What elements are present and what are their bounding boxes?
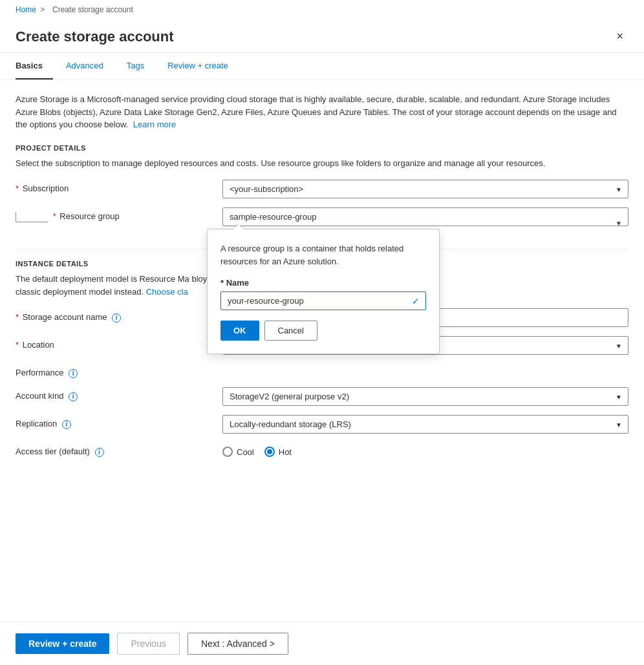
tab-review-create[interactable]: Review + create <box>157 53 239 79</box>
choose-classic-link[interactable]: Choose cla <box>146 287 188 297</box>
replication-label: Replication i <box>16 415 222 429</box>
tab-basics[interactable]: Basics <box>16 53 53 79</box>
form-body: Azure Storage is a Microsoft-managed ser… <box>0 80 644 649</box>
tab-advanced[interactable]: Advanced <box>56 53 114 79</box>
account-kind-row: Account kind i StorageV2 (general purpos… <box>16 387 628 406</box>
review-create-button[interactable]: Review + create <box>16 633 109 654</box>
popup-buttons: OK Cancel <box>220 321 426 341</box>
location-label: * Location <box>16 336 222 350</box>
access-tier-cool-option[interactable]: Cool <box>222 447 254 457</box>
resource-group-required-star: * <box>53 211 56 221</box>
popup-name-input-wrap: ✓ <box>220 291 426 310</box>
access-tier-hot-option[interactable]: Hot <box>264 447 292 457</box>
project-details-desc: Select the subscription to manage deploy… <box>16 157 628 170</box>
resource-group-select[interactable]: sample-resource-group <box>222 207 628 226</box>
subscription-select[interactable]: <your-subscription> <box>222 180 628 198</box>
replication-row: Replication i Locally-redundant storage … <box>16 415 628 434</box>
page-header: Create storage account × <box>0 19 644 53</box>
account-kind-label: Account kind i <box>16 387 222 401</box>
storage-name-info-icon[interactable]: i <box>112 313 121 322</box>
next-advanced-button[interactable]: Next : Advanced > <box>188 633 288 655</box>
account-kind-control: StorageV2 (general purpose v2) ▼ <box>222 387 628 406</box>
learn-more-link[interactable]: Learn more <box>133 120 176 129</box>
location-required-star: * <box>16 340 19 350</box>
access-tier-radio-group: Cool Hot <box>222 443 628 457</box>
storage-name-required-star: * <box>16 312 19 322</box>
popup-ok-button[interactable]: OK <box>220 321 259 341</box>
replication-info-icon[interactable]: i <box>62 420 71 429</box>
replication-control: Locally-redundant storage (LRS) ▼ <box>222 415 628 434</box>
popup-caret <box>233 224 244 229</box>
access-tier-info-icon[interactable]: i <box>95 448 104 457</box>
access-tier-label: Access tier (default) i <box>16 443 222 457</box>
account-kind-info-icon[interactable]: i <box>69 392 78 401</box>
popup-description: A resource group is a container that hol… <box>220 242 426 268</box>
performance-row: Performance i <box>16 364 628 378</box>
page-title: Create storage account <box>16 28 174 45</box>
cool-label: Cool <box>237 447 254 457</box>
breadcrumb-current: Create storage account <box>52 5 133 14</box>
subscription-row: * Subscription <your-subscription> ▼ <box>16 180 628 198</box>
replication-select[interactable]: Locally-redundant storage (LRS) <box>222 415 628 434</box>
breadcrumb: Home > Create storage account <box>0 0 644 19</box>
form-footer: Review + create Previous Next : Advanced… <box>0 622 644 665</box>
tab-tags[interactable]: Tags <box>116 53 155 79</box>
previous-button: Previous <box>117 633 179 655</box>
access-tier-control: Cool Hot <box>222 443 628 457</box>
access-tier-row: Access tier (default) i Cool Hot <box>16 443 628 457</box>
hot-radio-circle <box>264 447 275 457</box>
close-button[interactable]: × <box>611 27 628 46</box>
tabs-container: Basics Advanced Tags Review + create <box>0 53 644 80</box>
resource-group-label: * Resource group <box>16 207 222 222</box>
performance-info-icon[interactable]: i <box>69 369 78 378</box>
cool-radio-circle <box>222 447 233 457</box>
storage-account-name-label: * Storage account name i <box>16 308 222 322</box>
popup-name-input[interactable] <box>220 291 426 310</box>
subscription-label: * Subscription <box>16 180 222 193</box>
popup-name-label: * Name <box>220 278 426 288</box>
hot-label: Hot <box>279 447 292 457</box>
subscription-required-star: * <box>16 184 19 193</box>
breadcrumb-separator: > <box>40 5 45 14</box>
form-description: Azure Storage is a Microsoft-managed ser… <box>16 93 628 131</box>
hot-radio-dot <box>267 449 272 454</box>
popup-check-icon: ✓ <box>412 296 420 306</box>
breadcrumb-home[interactable]: Home <box>16 5 36 14</box>
popup-cancel-button[interactable]: Cancel <box>264 321 317 341</box>
resource-group-popup: A resource group is a container that hol… <box>207 229 440 354</box>
account-kind-select[interactable]: StorageV2 (general purpose v2) <box>222 387 628 406</box>
performance-label: Performance i <box>16 364 222 378</box>
subscription-control: <your-subscription> ▼ <box>222 180 628 198</box>
project-details-title: PROJECT DETAILS <box>16 144 628 152</box>
